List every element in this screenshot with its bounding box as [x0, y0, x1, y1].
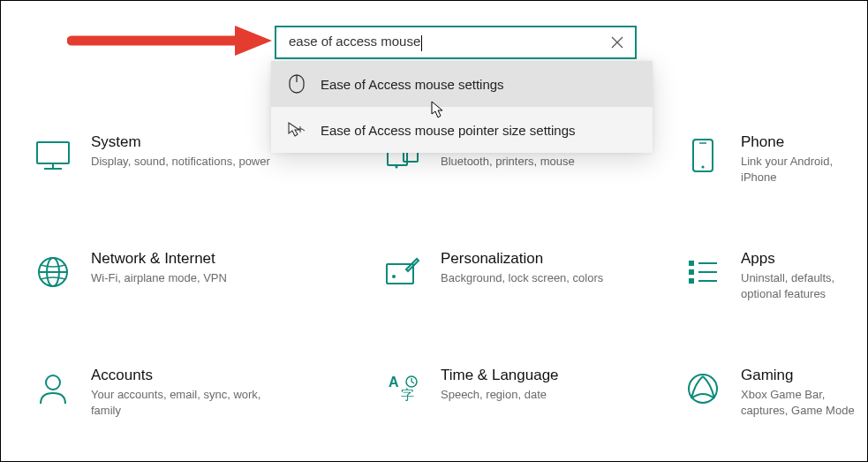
apps-icon — [684, 254, 721, 291]
svg-rect-17 — [689, 261, 694, 266]
search-box[interactable]: ease of access mouse — [275, 26, 637, 59]
tile-title: Time & Language — [441, 367, 559, 384]
svg-point-8 — [396, 166, 398, 169]
tile-desc: Wi-Fi, airplane mode, VPN — [91, 270, 227, 286]
pointer-size-icon — [287, 120, 306, 140]
tile-title: Apps — [741, 250, 867, 268]
tile-title: Phone — [741, 133, 867, 151]
tile-gaming[interactable]: Gaming Xbox Game Bar, captures, Game Mod… — [635, 367, 867, 418]
tile-personalization[interactable]: Personalization Background, lock screen,… — [335, 250, 635, 301]
gaming-icon — [684, 370, 721, 407]
tile-desc: Uninstall, defaults, optional features — [741, 270, 867, 301]
tile-accounts[interactable]: Accounts Your accounts, email, sync, wor… — [34, 367, 335, 418]
svg-point-16 — [392, 275, 396, 278]
globe-icon — [34, 254, 72, 291]
tile-desc: Display, sound, notifications, power — [91, 154, 270, 170]
tile-title: Network & Internet — [91, 250, 227, 268]
svg-line-28 — [411, 382, 414, 383]
suggestion-label: Ease of Access mouse settings — [321, 77, 504, 92]
tile-desc: Background, lock screen, colors — [441, 270, 603, 286]
close-icon — [611, 36, 623, 49]
suggestion-ease-of-access-mouse-pointer-size[interactable]: Ease of Access mouse pointer size settin… — [271, 107, 653, 153]
system-icon — [34, 137, 72, 174]
tile-network[interactable]: Network & Internet Wi-Fi, airplane mode,… — [34, 250, 335, 301]
suggestion-label: Ease of Access mouse pointer size settin… — [321, 123, 575, 138]
tile-title: Personalization — [441, 250, 603, 268]
search-container: ease of access mouse — [275, 26, 637, 59]
svg-point-29 — [689, 375, 717, 403]
svg-marker-0 — [235, 26, 272, 56]
svg-point-10 — [701, 165, 704, 168]
accounts-icon — [34, 370, 72, 407]
svg-point-23 — [46, 375, 60, 390]
mouse-icon — [287, 74, 306, 94]
svg-text:A: A — [389, 375, 399, 390]
tile-apps[interactable]: Apps Uninstall, defaults, optional featu… — [635, 250, 867, 301]
tile-desc: Link your Android, iPhone — [741, 154, 867, 185]
tile-phone[interactable]: Phone Link your Android, iPhone — [635, 133, 867, 185]
suggestion-ease-of-access-mouse-settings[interactable]: Ease of Access mouse settings — [271, 61, 653, 107]
svg-rect-18 — [689, 269, 694, 275]
svg-rect-19 — [689, 278, 694, 284]
tile-desc: Bluetooth, printers, mouse — [441, 154, 575, 170]
clear-search-button[interactable] — [608, 34, 626, 51]
search-input[interactable]: ease of access mouse — [289, 34, 608, 50]
annotation-arrow — [67, 19, 275, 66]
tile-title: Accounts — [91, 367, 276, 384]
tile-desc: Xbox Game Bar, captures, Game Mode — [741, 387, 867, 418]
tile-title: System — [91, 133, 270, 151]
phone-icon — [684, 137, 721, 174]
personalization-icon — [384, 254, 421, 291]
tile-desc: Your accounts, email, sync, work, family — [91, 387, 276, 418]
tile-time-language[interactable]: A字 Time & Language Speech, region, date — [335, 367, 635, 418]
search-suggestions-dropdown: Ease of Access mouse settings Ease of Ac… — [271, 61, 653, 153]
svg-text:字: 字 — [401, 387, 414, 402]
time-language-icon: A字 — [384, 370, 421, 407]
mouse-cursor-indicator — [431, 101, 445, 122]
settings-grid: System Display, sound, notifications, po… — [34, 133, 867, 418]
tile-desc: Speech, region, date — [441, 387, 559, 403]
svg-rect-3 — [37, 142, 69, 163]
tile-title: Gaming — [741, 367, 867, 384]
